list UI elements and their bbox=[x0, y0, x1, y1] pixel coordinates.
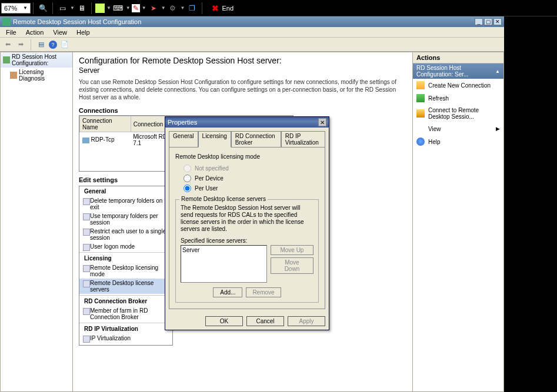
collapse-icon: ▲ bbox=[495, 69, 500, 74]
mode-label: Remote Desktop licensing mode bbox=[175, 153, 319, 160]
action-connect[interactable]: Connect to Remote Desktop Sessio... bbox=[413, 105, 503, 122]
chevron-down-icon[interactable]: ▼ bbox=[70, 5, 75, 11]
page-heading: Configuration for Remote Desktop Session… bbox=[79, 56, 406, 65]
setting-lic-servers[interactable]: Remote Desktop license servers bbox=[79, 279, 172, 294]
tree-panel: RD Session Host Configuration: Licensing… bbox=[0, 52, 73, 392]
cancel-button[interactable]: Cancel bbox=[246, 316, 284, 326]
properties-dialog: Properties ✕ General Licensing RD Connec… bbox=[165, 116, 329, 330]
move-down-button[interactable]: Move Down bbox=[271, 257, 313, 274]
window-icon[interactable]: ❐ bbox=[186, 2, 198, 14]
tab-broker[interactable]: RD Connection Broker bbox=[231, 131, 281, 147]
magnifier-icon[interactable]: 🔍 bbox=[37, 2, 49, 14]
close-icon: ✖ bbox=[212, 4, 219, 13]
remove-button[interactable]: Remove bbox=[246, 287, 281, 297]
actions-header: Actions bbox=[413, 52, 503, 63]
chevron-down-icon: ▼ bbox=[23, 5, 28, 11]
app-window: Remote Desktop Session Host Configuratio… bbox=[0, 16, 504, 392]
zoom-box[interactable]: 67%▼ bbox=[1, 3, 31, 14]
keyboard-icon[interactable]: ⌨ bbox=[112, 2, 124, 14]
brush-icon[interactable]: ✎ bbox=[132, 4, 140, 12]
menu-file[interactable]: File bbox=[1, 29, 21, 36]
action-help[interactable]: Help bbox=[413, 135, 503, 148]
dialog-title-bar: Properties ✕ bbox=[165, 117, 329, 128]
ok-button[interactable]: OK bbox=[205, 316, 243, 326]
chevron-down-icon[interactable]: ▼ bbox=[181, 5, 185, 11]
help-icon bbox=[416, 138, 425, 146]
end-label: End bbox=[222, 5, 234, 12]
radio-per-user[interactable]: Per User bbox=[184, 185, 319, 192]
add-button[interactable]: Add... bbox=[213, 287, 242, 297]
tab-strip: General Licensing RD Connection Broker R… bbox=[165, 128, 329, 147]
new-icon bbox=[416, 81, 425, 89]
window-title: Remote Desktop Session Host Configuratio… bbox=[13, 18, 141, 25]
tree-root[interactable]: RD Session Host Configuration: bbox=[1, 52, 72, 68]
servers-description: The Remote Desktop Session Host server w… bbox=[181, 205, 313, 233]
apply-button[interactable]: Apply bbox=[288, 316, 325, 326]
tab-content: Remote Desktop licensing mode Not specif… bbox=[169, 147, 325, 309]
setting-farm[interactable]: Member of farm in RD Connection Broker bbox=[79, 306, 172, 321]
dialog-buttons: OK Cancel Apply bbox=[165, 313, 329, 330]
action-view[interactable]: View▶ bbox=[413, 122, 503, 135]
dialog-close-button[interactable]: ✕ bbox=[318, 118, 326, 126]
menu-bar: File Action View Help bbox=[0, 27, 504, 38]
action-new-connection[interactable]: Create New Connection bbox=[413, 79, 503, 92]
tab-licensing[interactable]: Licensing bbox=[198, 131, 231, 148]
group-ipv: RD IP Virtualization bbox=[79, 323, 172, 334]
screens-icon[interactable]: ▭ bbox=[56, 2, 68, 14]
forward-button[interactable]: ➡ bbox=[15, 39, 26, 50]
setting-delete-temp[interactable]: Delete temporary folders on exit bbox=[79, 196, 172, 212]
move-up-button[interactable]: Move Up bbox=[271, 245, 313, 255]
tool-strip: ⬅ ➡ ▤ ? 📄 bbox=[0, 38, 504, 52]
setting-logon[interactable]: User logon mode bbox=[79, 242, 172, 251]
server-name: Server bbox=[79, 66, 406, 75]
back-button[interactable]: ⬅ bbox=[2, 39, 13, 50]
zoom-value: 67% bbox=[4, 5, 17, 12]
menu-action[interactable]: Action bbox=[21, 29, 49, 36]
help-icon[interactable]: ? bbox=[49, 41, 57, 49]
setting-lic-mode[interactable]: Remote Desktop licensing mode bbox=[79, 263, 172, 279]
chevron-right-icon: ▶ bbox=[496, 126, 500, 132]
servers-legend: Remote Desktop license servers bbox=[179, 196, 268, 202]
end-button[interactable]: ✖End bbox=[207, 2, 239, 14]
chevron-down-icon[interactable]: ▼ bbox=[106, 5, 111, 11]
menu-view[interactable]: View bbox=[48, 29, 72, 36]
minimize-button[interactable]: _ bbox=[475, 18, 483, 25]
setting-restrict[interactable]: Restrict each user to a single session bbox=[79, 227, 172, 242]
refresh-icon bbox=[416, 94, 425, 102]
chevron-down-icon[interactable]: ▼ bbox=[126, 5, 131, 11]
chevron-down-icon[interactable]: ▼ bbox=[142, 5, 146, 11]
pointer-icon[interactable]: ➤ bbox=[148, 2, 159, 14]
close-button[interactable]: ✕ bbox=[493, 18, 502, 25]
window-title-bar: Remote Desktop Session Host Configuratio… bbox=[0, 16, 504, 27]
action-refresh[interactable]: Refresh bbox=[413, 92, 503, 105]
page-description: You can use Remote Desktop Session Host … bbox=[79, 78, 406, 101]
menu-help[interactable]: Help bbox=[72, 29, 95, 36]
servers-listbox[interactable]: Server bbox=[181, 245, 267, 283]
connect-icon bbox=[416, 109, 425, 118]
connection-icon bbox=[82, 138, 89, 143]
chevron-down-icon[interactable]: ▼ bbox=[161, 5, 166, 11]
radio-per-device[interactable]: Per Device bbox=[184, 175, 319, 182]
setting-use-temp[interactable]: Use temporary folders per session bbox=[79, 212, 172, 227]
restore-button[interactable]: ▢ bbox=[484, 18, 492, 25]
note-icon[interactable] bbox=[95, 4, 105, 13]
tree-item-licensing[interactable]: Licensing Diagnosis bbox=[1, 68, 72, 83]
display-icon[interactable]: 🖥 bbox=[76, 2, 88, 14]
group-broker: RD Connection Broker bbox=[79, 295, 172, 306]
doc-icon[interactable]: 📄 bbox=[59, 39, 70, 50]
list-icon[interactable]: ▤ bbox=[36, 39, 46, 50]
actions-context[interactable]: RD Session Host Configuration: Ser...▲ bbox=[413, 63, 503, 79]
gear-icon[interactable]: ⚙ bbox=[167, 2, 179, 14]
group-licensing: Licensing bbox=[79, 252, 172, 263]
col-name[interactable]: Connection Name bbox=[80, 116, 131, 132]
list-item[interactable]: Server bbox=[182, 247, 265, 253]
setting-ipv[interactable]: IP Virtualization bbox=[79, 334, 172, 343]
tab-general[interactable]: General bbox=[169, 131, 198, 147]
app-icon bbox=[2, 18, 11, 26]
settings-box: General Delete temporary folders on exit… bbox=[79, 186, 173, 346]
specified-label: Specified license servers: bbox=[181, 237, 313, 244]
tab-ipv[interactable]: RD IP Virtualization bbox=[281, 131, 325, 147]
radio-not-specified: Not specified bbox=[184, 165, 319, 172]
actions-panel: Actions RD Session Host Configuration: S… bbox=[413, 52, 504, 392]
diag-icon bbox=[10, 72, 17, 79]
